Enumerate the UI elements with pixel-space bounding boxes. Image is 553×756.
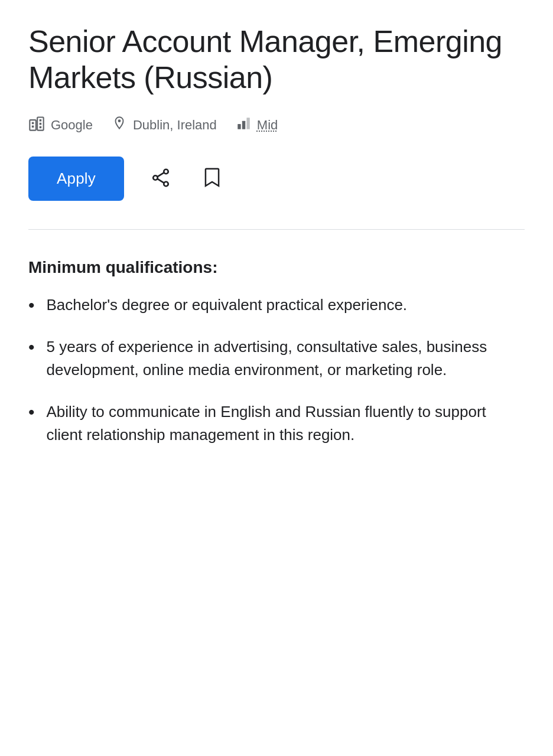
bookmark-button[interactable]: [197, 162, 227, 195]
job-level: Mid: [257, 118, 278, 133]
location-meta: Dublin, Ireland: [112, 116, 217, 135]
bookmark-icon: [202, 167, 222, 190]
svg-rect-0: [30, 120, 36, 131]
list-item: Ability to communicate in English and Ru…: [28, 400, 525, 447]
share-button[interactable]: [145, 162, 176, 195]
svg-line-14: [158, 172, 164, 177]
svg-rect-10: [246, 118, 249, 129]
company-meta: Google: [28, 115, 93, 135]
svg-rect-3: [32, 125, 34, 128]
svg-point-7: [118, 119, 121, 122]
job-title: Senior Account Manager, Emerging Markets…: [28, 24, 525, 96]
building-icon: [28, 115, 45, 135]
bar-chart-icon: [236, 116, 251, 135]
company-name: Google: [51, 118, 93, 133]
svg-rect-9: [242, 120, 245, 129]
level-meta: Mid: [236, 116, 278, 135]
svg-line-15: [158, 179, 164, 183]
list-item: 5 years of experience in advertising, co…: [28, 335, 525, 382]
qualifications-list: Bachelor's degree or equivalent practica…: [28, 294, 525, 447]
job-location: Dublin, Ireland: [133, 118, 217, 133]
svg-point-12: [153, 175, 158, 180]
svg-rect-6: [40, 126, 42, 128]
list-item-text: Bachelor's degree or equivalent practica…: [47, 294, 408, 317]
list-item-text: Ability to communicate in English and Ru…: [47, 400, 525, 447]
section-divider: [28, 229, 525, 230]
job-meta-row: Google Dublin, Ireland Mid: [28, 115, 525, 135]
qualifications-section: Minimum qualifications: Bachelor's degre…: [28, 258, 525, 447]
svg-rect-4: [40, 119, 42, 122]
list-item: Bachelor's degree or equivalent practica…: [28, 294, 525, 317]
svg-rect-8: [238, 124, 240, 129]
svg-point-11: [164, 169, 168, 174]
actions-row: Apply: [28, 157, 525, 201]
svg-rect-5: [40, 123, 42, 125]
location-pin-icon: [112, 116, 127, 135]
svg-rect-2: [32, 122, 34, 124]
share-icon: [150, 167, 171, 190]
apply-button[interactable]: Apply: [28, 157, 124, 201]
qualifications-title: Minimum qualifications:: [28, 258, 525, 277]
svg-point-13: [164, 181, 168, 186]
list-item-text: 5 years of experience in advertising, co…: [47, 335, 525, 382]
